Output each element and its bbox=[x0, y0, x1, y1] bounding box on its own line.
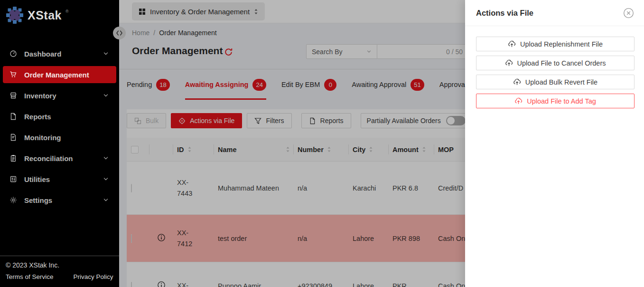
close-icon[interactable] bbox=[623, 8, 634, 19]
sidebar-item-dashboard[interactable]: Dashboard bbox=[3, 45, 116, 62]
sidebar-item-reconciliation[interactable]: Reconciliation bbox=[3, 150, 116, 167]
privacy-policy-link[interactable]: Privacy Policy bbox=[74, 273, 113, 280]
sidebar-item-inventory[interactable]: Inventory bbox=[3, 87, 116, 104]
sidebar-item-utilities[interactable]: Utilities bbox=[3, 171, 116, 188]
collapse-chevrons-icon bbox=[116, 30, 122, 36]
brand-name: XStak bbox=[28, 6, 62, 24]
drawer-title: Actions via File bbox=[476, 9, 533, 18]
sidebar-item-reports[interactable]: Reports bbox=[3, 108, 116, 125]
chevron-down-icon bbox=[103, 197, 109, 203]
copyright-text: © 2023 XStak Inc. bbox=[6, 261, 113, 269]
sidebar-collapse-button[interactable] bbox=[113, 27, 126, 39]
cloud-upload-icon bbox=[508, 40, 516, 48]
terms-of-service-link[interactable]: Terms of Service bbox=[6, 273, 54, 280]
chevron-down-icon bbox=[103, 176, 109, 182]
sliders-icon bbox=[9, 175, 17, 183]
drawer-body: Upload Replenishment File Upload File to… bbox=[465, 26, 644, 108]
shop-icon bbox=[9, 92, 17, 99]
clipboard-icon bbox=[9, 154, 17, 162]
sidebar: XStak ® Dashboard Order Management bbox=[0, 0, 119, 287]
brand-reg-mark: ® bbox=[65, 9, 69, 14]
sidebar-footer: © 2023 XStak Inc. Terms of Service Priva… bbox=[0, 256, 119, 287]
upload-file-to-add-tag-button[interactable]: Upload File to Add Tag bbox=[476, 94, 635, 108]
chevron-down-icon bbox=[103, 93, 109, 98]
gear-icon bbox=[9, 196, 17, 204]
cloud-upload-icon bbox=[514, 97, 523, 105]
monitoring-icon bbox=[9, 134, 17, 141]
app-root: XStak ® Dashboard Order Management bbox=[0, 0, 644, 287]
chevron-down-icon bbox=[103, 51, 109, 57]
dashboard-icon bbox=[9, 50, 17, 57]
upload-replenishment-file-button[interactable]: Upload Replenishment File bbox=[476, 37, 635, 51]
sidebar-item-order-management[interactable]: Order Management bbox=[3, 66, 116, 83]
upload-file-to-cancel-orders-button[interactable]: Upload File to Cancel Orders bbox=[476, 56, 635, 70]
chevron-down-icon bbox=[103, 155, 109, 161]
cloud-upload-icon bbox=[513, 78, 521, 86]
cloud-upload-icon bbox=[505, 59, 513, 67]
sidebar-item-monitoring[interactable]: Monitoring bbox=[3, 129, 116, 146]
xstak-logo-icon bbox=[6, 6, 24, 24]
file-icon bbox=[9, 113, 17, 120]
logo[interactable]: XStak ® bbox=[6, 6, 119, 24]
cart-icon bbox=[9, 71, 17, 78]
sidebar-nav: Dashboard Order Management Inventory bbox=[0, 45, 119, 209]
drawer-header: Actions via File bbox=[465, 0, 644, 26]
actions-via-file-drawer: Actions via File Upload Replenishment Fi… bbox=[465, 0, 644, 287]
sidebar-item-settings[interactable]: Settings bbox=[3, 191, 116, 209]
upload-bulk-revert-file-button[interactable]: Upload Bulk Revert File bbox=[476, 75, 635, 89]
